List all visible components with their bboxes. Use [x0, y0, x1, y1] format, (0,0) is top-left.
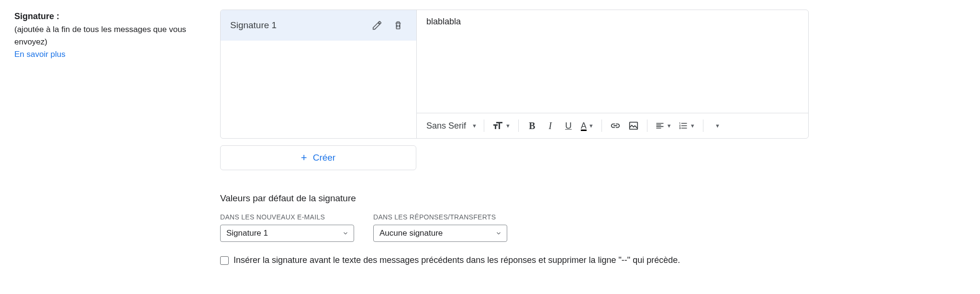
more-formatting-dropdown[interactable]: ▼	[708, 117, 725, 134]
learn-more-link[interactable]: En savoir plus	[14, 50, 66, 59]
text-color-icon: A	[581, 121, 587, 131]
defaults-title: Valeurs par défaut de la signature	[220, 193, 809, 204]
insert-link-button[interactable]	[607, 117, 624, 134]
create-signature-button[interactable]: + Créer	[220, 145, 416, 170]
insert-before-quoted-checkbox[interactable]	[220, 256, 229, 265]
insert-before-quoted-label: Insérer la signature avant le texte des …	[234, 255, 680, 265]
font-size-dropdown[interactable]: ▼	[489, 117, 513, 134]
chevron-down-icon	[342, 230, 349, 237]
text-color-dropdown[interactable]: A ▼	[578, 117, 597, 134]
image-icon	[628, 120, 639, 131]
pencil-icon	[372, 20, 382, 31]
toolbar-separator	[601, 120, 602, 132]
chevron-down-icon: ▼	[715, 123, 720, 129]
signature-editor-box: Signature 1 blablabla Sans Serif ▼	[220, 10, 809, 139]
signature-list: Signature 1	[221, 10, 417, 138]
bold-button[interactable]: B	[523, 117, 541, 134]
chevron-down-icon: ▼	[690, 123, 695, 129]
signature-description: (ajoutée à la fin de tous les messages q…	[14, 23, 211, 48]
formatting-toolbar: Sans Serif ▼ ▼ B I U A ▼	[417, 113, 808, 138]
font-family-dropdown[interactable]: Sans Serif ▼	[423, 117, 479, 134]
chevron-down-icon: ▼	[505, 123, 511, 129]
insert-image-button[interactable]	[625, 117, 642, 134]
replies-label: DANS LES RÉPONSES/TRANSFERTS	[373, 213, 507, 221]
link-icon	[610, 120, 621, 131]
chevron-down-icon: ▼	[589, 123, 594, 129]
list-dropdown[interactable]: ▼	[676, 117, 698, 134]
signature-editor: blablabla Sans Serif ▼ ▼ B I U	[417, 10, 808, 138]
signature-defaults-section: Valeurs par défaut de la signature DANS …	[220, 193, 809, 265]
signature-item-name: Signature 1	[230, 20, 365, 31]
signature-settings-label-column: Signature : (ajoutée à la fin de tous le…	[14, 10, 211, 265]
signature-content-input[interactable]: blablabla	[417, 10, 808, 113]
chevron-down-icon: ▼	[667, 123, 672, 129]
new-emails-signature-select[interactable]: Signature 1	[220, 225, 354, 242]
toolbar-separator	[484, 120, 484, 132]
align-icon	[655, 121, 665, 131]
edit-signature-button[interactable]	[368, 17, 386, 34]
underline-button[interactable]: U	[560, 117, 577, 134]
new-emails-selected-value: Signature 1	[226, 229, 268, 238]
replies-selected-value: Aucune signature	[379, 229, 443, 238]
italic-button[interactable]: I	[542, 117, 559, 134]
chevron-down-icon: ▼	[472, 123, 477, 129]
replies-signature-select[interactable]: Aucune signature	[373, 225, 507, 242]
toolbar-separator	[647, 120, 647, 132]
signature-editor-column: Signature 1 blablabla Sans Serif ▼	[220, 10, 809, 265]
numbered-list-icon	[679, 121, 688, 131]
trash-icon	[393, 20, 403, 31]
plus-icon: +	[301, 152, 307, 164]
font-family-label: Sans Serif	[426, 121, 466, 131]
text-size-icon	[492, 120, 503, 131]
toolbar-separator	[703, 120, 703, 132]
signature-title: Signature :	[14, 11, 211, 22]
create-button-label: Créer	[313, 152, 336, 163]
align-dropdown[interactable]: ▼	[652, 117, 675, 134]
chevron-down-icon	[495, 230, 502, 237]
new-emails-label: DANS LES NOUVEAUX E-MAILS	[220, 213, 354, 221]
toolbar-separator	[518, 120, 519, 132]
signature-list-item[interactable]: Signature 1	[221, 10, 416, 41]
delete-signature-button[interactable]	[390, 17, 407, 34]
